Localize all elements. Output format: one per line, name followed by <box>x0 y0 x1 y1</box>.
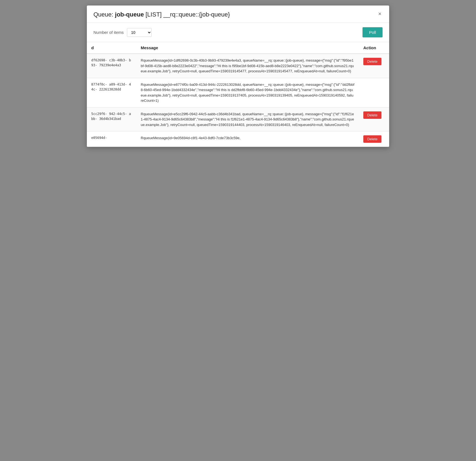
cell-action: Delete <box>359 54 389 78</box>
delete-button[interactable]: Delete <box>363 111 381 119</box>
cell-action: Delete <box>359 131 389 147</box>
poll-button[interactable]: Poll <box>362 27 383 37</box>
modal-header: Queue: job-queue [LIST] __rq::queue::{jo… <box>87 6 389 23</box>
table-row: df62698- c3b-40b3- b93- 79239e4e4a3Rqueu… <box>87 54 389 78</box>
cell-id: df62698- c3b-40b3- b93- 79239e4e4a3 <box>87 54 136 78</box>
col-header-message: Message <box>136 42 359 54</box>
title-suffix: [LIST] __rq::queue::{job-queue} <box>144 11 230 18</box>
items-label: Number of items <box>93 30 124 35</box>
col-header-action: Action <box>359 42 389 54</box>
cell-id: 8774f0c- a09-413d- 44c- 222613028dd <box>87 78 136 107</box>
cell-message: RqueueMessage(id=e5cc29f6-0942-44c5-aabb… <box>136 107 359 131</box>
cell-id: e05694d- <box>87 131 136 147</box>
table-header-row: d Message Action <box>87 42 389 54</box>
close-button[interactable]: × <box>377 11 383 17</box>
table-container: d Message Action df62698- c3b-40b3- b93-… <box>87 42 389 147</box>
col-header-id: d <box>87 42 136 54</box>
cell-id: 5cc29f6- 942-44c5- abb- 36d4b341bad <box>87 107 136 131</box>
cell-action: Delete <box>359 107 389 131</box>
table-row: e05694d-RqueueMessage(id=9e05694d-c8f1-4… <box>87 131 389 147</box>
modal-toolbar: Number of items 5 10 25 50 100 Poll <box>87 23 389 42</box>
table-row: 8774f0c- a09-413d- 44c- 222613028ddRqueu… <box>87 78 389 107</box>
cell-message: RqueueMessage(id=e8774f0c-ba09-413d-944c… <box>136 78 359 107</box>
modal-container: Queue: job-queue [LIST] __rq::queue::{jo… <box>87 6 389 147</box>
title-prefix: Queue: <box>93 11 115 18</box>
cell-message: RqueueMessage(id=1df62698-0c3b-40b3-9b93… <box>136 54 359 78</box>
delete-button[interactable]: Delete <box>363 58 381 65</box>
delete-button[interactable]: Delete <box>363 135 381 143</box>
table-row: 5cc29f6- 942-44c5- abb- 36d4b341badRqueu… <box>87 107 389 131</box>
items-count-select[interactable]: 5 10 25 50 100 <box>127 28 152 37</box>
modal-title: Queue: job-queue [LIST] __rq::queue::{jo… <box>93 11 230 18</box>
cell-message: RqueueMessage(id=9e05694d-c8f1-4e43-8df0… <box>136 131 359 147</box>
title-queue-name: job-queue <box>115 11 144 18</box>
cell-action <box>359 78 389 107</box>
queue-table: d Message Action df62698- c3b-40b3- b93-… <box>87 42 389 147</box>
